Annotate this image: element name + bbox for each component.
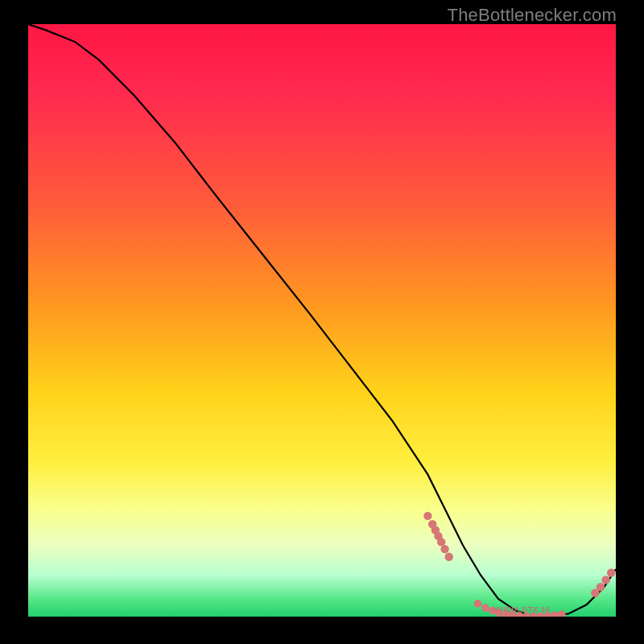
data-point-dot — [597, 583, 605, 591]
ribbon-label-text: NVIDIA GTX 10 — [493, 605, 550, 613]
chart-stage: TheBottlenecker.com NVIDIA GTX 10 — [0, 0, 644, 644]
data-point-dot — [601, 576, 609, 584]
chart-overlay: NVIDIA GTX 10 — [28, 24, 616, 617]
bottleneck-curve — [28, 24, 616, 617]
data-point-dot — [445, 553, 453, 561]
data-point-dot — [437, 538, 445, 546]
data-point-dot — [423, 512, 431, 520]
data-point-dot — [481, 604, 489, 612]
attribution-label: TheBottlenecker.com — [448, 5, 617, 26]
data-point-dot — [474, 600, 482, 608]
data-point-dot — [558, 610, 566, 617]
data-point-dot — [551, 611, 559, 617]
data-point-dot — [440, 545, 448, 553]
data-point-markers — [423, 512, 615, 617]
data-point-dot — [607, 568, 615, 576]
